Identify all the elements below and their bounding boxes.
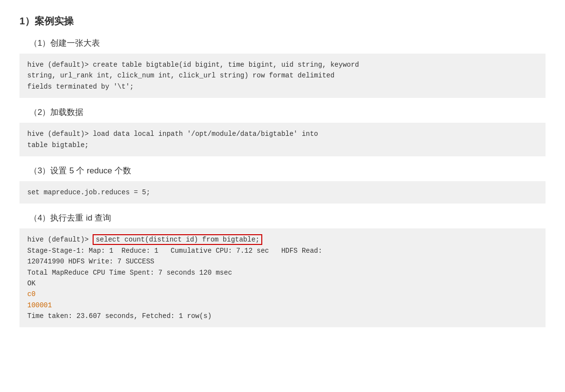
output-line-ok: OK [27, 280, 36, 287]
output-line-c0: c0 [27, 290, 36, 298]
code-text-2: hive (default)> load data local inpath '… [27, 130, 318, 149]
output-line-time: Time taken: 23.607 seconds, Fetched: 1 r… [27, 312, 212, 320]
output-line-3: Total MapReduce CPU Time Spent: 7 second… [27, 269, 232, 277]
section-4-heading: （4）执行去重 id 查询 [29, 212, 546, 224]
code-text-1: hive (default)> create table bigtable(id… [27, 61, 359, 91]
section-2-heading: （2）加载数据 [29, 107, 546, 118]
page-title: 1）案例实操 [19, 15, 546, 28]
code-prefix: hive (default)> [27, 236, 93, 243]
section-2-code: hive (default)> load data local inpath '… [19, 123, 546, 156]
output-line-1: Stage-Stage-1: Map: 1 Reduce: 1 Cumulati… [27, 247, 322, 255]
section-3-code: set mapreduce.job.reduces = 5; [19, 181, 546, 204]
section-1-heading: （1）创建一张大表 [29, 37, 546, 49]
code-text-3: set mapreduce.job.reduces = 5; [27, 188, 150, 196]
section-4-code: hive (default)> select count(distinct id… [19, 228, 546, 327]
section-1-code: hive (default)> create table bigtable(id… [19, 54, 546, 98]
output-line-2: 120741990 HDFS Write: 7 SUCCESS [27, 258, 154, 265]
output-line-count: 100001 [27, 301, 52, 309]
highlighted-query: select count(distinct id) from bigtable; [93, 234, 262, 245]
section-3-heading: （3）设置 5 个 reduce 个数 [29, 165, 546, 176]
